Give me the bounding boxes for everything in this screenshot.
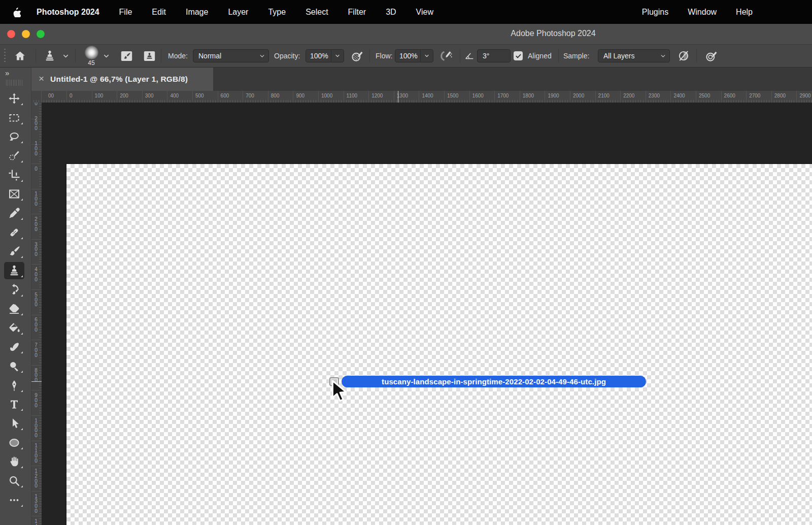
flyout-triangle-icon bbox=[21, 333, 23, 335]
tool-zoom[interactable] bbox=[4, 472, 24, 489]
pen-icon bbox=[8, 379, 20, 391]
v-ruler-label: 1 1 0 0 bbox=[31, 443, 41, 463]
tool-brush[interactable] bbox=[4, 243, 24, 260]
toggle-brush-settings-panel-button[interactable] bbox=[120, 45, 133, 67]
flyout-triangle-icon bbox=[21, 122, 23, 124]
brush-picker-chevron-icon[interactable] bbox=[103, 45, 110, 67]
tool-frame[interactable] bbox=[4, 185, 24, 203]
mode-label: Mode: bbox=[168, 45, 188, 67]
tools-panel: » bbox=[0, 68, 31, 525]
flow-value: 100% bbox=[399, 52, 418, 60]
chevron-down-icon[interactable] bbox=[331, 50, 344, 62]
h-ruler-label: 2400 bbox=[673, 93, 685, 99]
close-tab-icon[interactable]: × bbox=[39, 73, 44, 84]
tool-path-selection[interactable] bbox=[4, 415, 24, 432]
tool-clone-stamp[interactable] bbox=[4, 262, 24, 279]
tool-hand[interactable] bbox=[4, 453, 24, 470]
document-tab[interactable]: × Untitled-1 @ 66,7% (Layer 1, RGB/8) bbox=[31, 68, 213, 91]
home-icon[interactable] bbox=[14, 45, 26, 67]
tool-eyedropper[interactable] bbox=[4, 205, 24, 222]
horizontal-ruler[interactable]: 0001002003004005006007008009001000110012… bbox=[31, 91, 812, 103]
flow-label: Flow: bbox=[376, 45, 392, 67]
h-ruler-label: 1100 bbox=[347, 93, 358, 99]
brush-size-value: 45 bbox=[84, 59, 99, 67]
menu-items-right: PluginsWindowHelp bbox=[642, 8, 753, 17]
menu-plugins[interactable]: Plugins bbox=[642, 8, 668, 17]
tool-move[interactable] bbox=[4, 90, 24, 107]
tool-smudge[interactable] bbox=[4, 338, 24, 355]
h-ruler-label: 1800 bbox=[523, 93, 534, 99]
menu-window[interactable]: Window bbox=[688, 8, 717, 17]
collapse-tools-panel-button[interactable]: » bbox=[5, 69, 10, 77]
flyout-triangle-icon bbox=[21, 294, 23, 297]
tool-object-selection[interactable] bbox=[4, 147, 24, 165]
tool-type[interactable] bbox=[4, 396, 24, 413]
h-ruler-label: 300 bbox=[145, 93, 154, 99]
chevron-down-icon[interactable] bbox=[420, 50, 433, 62]
sample-select[interactable]: All Layers bbox=[598, 49, 670, 62]
ignore-adjustment-layers-icon[interactable] bbox=[677, 45, 690, 67]
aligned-checkbox[interactable] bbox=[514, 51, 523, 60]
brush-preset-picker[interactable]: 45 bbox=[84, 45, 99, 67]
options-bar-gripper[interactable] bbox=[4, 49, 6, 64]
document-tab-bar: × Untitled-1 @ 66,7% (Layer 1, RGB/8) bbox=[0, 68, 812, 91]
v-ruler-cursor-indicator bbox=[31, 381, 42, 382]
flow-field[interactable]: 100% bbox=[395, 49, 433, 62]
menu-type[interactable]: Type bbox=[268, 8, 286, 17]
airbrush-toggle-icon[interactable] bbox=[438, 45, 453, 67]
menu-view[interactable]: View bbox=[416, 8, 433, 17]
tool-paint-bucket[interactable] bbox=[4, 319, 24, 337]
tool-healing-brush[interactable] bbox=[4, 224, 24, 241]
apple-icon[interactable] bbox=[12, 7, 22, 18]
menu-edit[interactable]: Edit bbox=[152, 8, 166, 17]
menu-help[interactable]: Help bbox=[736, 8, 753, 17]
chevron-down-icon bbox=[256, 50, 268, 62]
angle-field[interactable]: 3° bbox=[477, 49, 511, 62]
separator bbox=[75, 49, 76, 62]
minimize-window-button[interactable] bbox=[22, 30, 30, 38]
menu-app-name[interactable]: Photoshop 2024 bbox=[37, 8, 99, 17]
tool-eraser[interactable] bbox=[4, 300, 24, 317]
toggle-clone-source-panel-button[interactable] bbox=[143, 45, 156, 67]
menu-file[interactable]: File bbox=[119, 8, 132, 17]
window-title-bar[interactable]: Adobe Photoshop 2024 bbox=[0, 24, 812, 45]
tool-lasso[interactable] bbox=[4, 128, 24, 145]
opacity-field[interactable]: 100% bbox=[306, 49, 344, 62]
flyout-triangle-icon bbox=[21, 485, 23, 487]
separator bbox=[36, 49, 36, 62]
tool-preset-icon[interactable] bbox=[44, 45, 56, 67]
flyout-triangle-icon bbox=[21, 218, 23, 220]
tool-history-brush[interactable] bbox=[4, 281, 24, 299]
menu-select[interactable]: Select bbox=[306, 8, 328, 17]
tablet-pressure-opacity-icon[interactable] bbox=[350, 45, 364, 67]
tool-more-tools[interactable] bbox=[4, 491, 24, 509]
history-brush-icon bbox=[8, 284, 20, 296]
dodge-icon bbox=[8, 360, 20, 372]
frame-icon bbox=[8, 188, 20, 200]
dragged-file-name-badge: tuscany-landscape-in-springtime-2022-02-… bbox=[342, 376, 646, 387]
menu-filter[interactable]: Filter bbox=[348, 8, 366, 17]
zoom-window-button[interactable] bbox=[37, 30, 45, 38]
close-window-button[interactable] bbox=[7, 30, 15, 38]
brush-icon bbox=[8, 245, 20, 257]
angle-value: 3° bbox=[483, 52, 489, 60]
tablet-pressure-size-icon[interactable] bbox=[704, 45, 718, 67]
menu-layer[interactable]: Layer bbox=[228, 8, 248, 17]
separator bbox=[696, 49, 697, 62]
tool-crop[interactable] bbox=[4, 167, 24, 184]
v-ruler-label: 8 0 0 bbox=[31, 368, 41, 383]
tool-preset-chevron-icon[interactable] bbox=[62, 45, 70, 67]
menu-image[interactable]: Image bbox=[186, 8, 208, 17]
h-ruler-label: 1000 bbox=[321, 93, 332, 99]
photoshop-window: Photoshop 2024 FileEditImageLayerTypeSel… bbox=[0, 0, 812, 525]
tool-ellipse[interactable] bbox=[4, 434, 24, 451]
tools-panel-gripper[interactable] bbox=[6, 80, 23, 86]
h-ruler-label: 200 bbox=[120, 93, 128, 99]
tool-rectangular-marquee[interactable] bbox=[4, 109, 24, 126]
tool-dodge[interactable] bbox=[4, 357, 24, 375]
menu-3d[interactable]: 3D bbox=[386, 8, 396, 17]
mode-select[interactable]: Normal bbox=[193, 49, 269, 62]
tool-pen[interactable] bbox=[4, 377, 24, 394]
canvas-transparency-checkerboard[interactable] bbox=[66, 163, 812, 525]
vertical-ruler[interactable]: 3 0 02 0 01 0 001 0 02 0 03 0 04 0 05 0 … bbox=[31, 103, 42, 525]
